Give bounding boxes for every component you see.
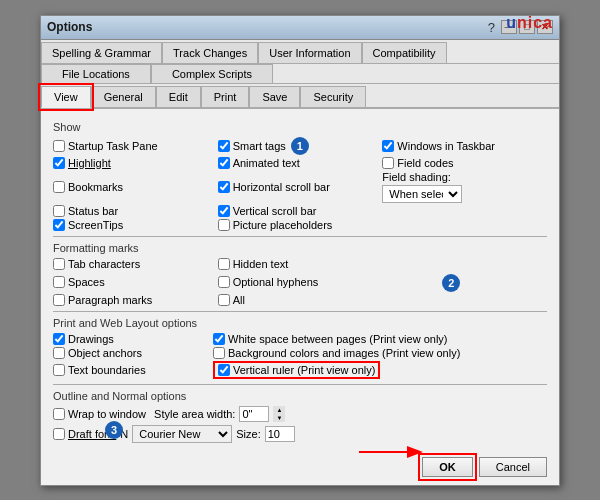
- tab-chars-checkbox[interactable]: [53, 258, 65, 270]
- outline-section-label: Outline and Normal options: [53, 390, 547, 402]
- fmt-para-marks: Paragraph marks: [53, 294, 218, 306]
- highlight-label: Highlight: [68, 157, 111, 169]
- spinner-down[interactable]: ▼: [273, 414, 285, 422]
- field-shading-label: Field shading:: [382, 171, 547, 183]
- formatting-section-label: Formatting marks: [53, 242, 547, 254]
- cancel-button[interactable]: Cancel: [479, 457, 547, 477]
- tab-complex-scripts[interactable]: Complex Scripts: [151, 64, 273, 83]
- separator-3: [53, 384, 547, 385]
- show-grid: Startup Task Pane Smart tags 1 Windows i…: [53, 137, 547, 231]
- field-shading-area: Field shading: Always When selected Neve…: [382, 171, 547, 203]
- white-space-checkbox[interactable]: [213, 333, 225, 345]
- ok-arrow: [359, 437, 439, 467]
- question-icon: ?: [488, 20, 495, 35]
- tab-save[interactable]: Save: [249, 86, 300, 107]
- animated-text-checkbox[interactable]: [218, 157, 230, 169]
- all-label: All: [233, 294, 245, 306]
- v-scrollbar-checkbox[interactable]: [218, 205, 230, 217]
- animated-text-label: Animated text: [233, 157, 300, 169]
- tab-compatibility[interactable]: Compatibility: [362, 42, 447, 63]
- print-obj-anchors: Object anchors: [53, 347, 213, 359]
- empty-4: 2: [382, 272, 547, 292]
- text-boundaries-checkbox[interactable]: [53, 364, 65, 376]
- logo-a: a: [543, 14, 553, 31]
- logo-n: n: [517, 14, 528, 31]
- print-section-label: Print and Web Layout options: [53, 317, 547, 329]
- smart-tags-checkbox[interactable]: [218, 140, 230, 152]
- empty-cell-1: [382, 205, 547, 217]
- style-area-input[interactable]: [239, 406, 269, 422]
- draft-font-checkbox[interactable]: [53, 428, 65, 440]
- bookmarks-label: Bookmarks: [68, 181, 123, 193]
- h-scrollbar-label: Horizontal scroll bar: [233, 181, 330, 193]
- tab-view[interactable]: View: [41, 86, 91, 108]
- tab-security[interactable]: Security: [300, 86, 366, 107]
- startup-checkbox[interactable]: [53, 140, 65, 152]
- third-tabs: View General Edit Print Save Security: [41, 84, 559, 109]
- tab-track-changes[interactable]: Track Changes: [162, 42, 258, 63]
- vertical-ruler-highlight: Vertical ruler (Print view only): [213, 361, 380, 379]
- screentips-checkbox[interactable]: [53, 219, 65, 231]
- obj-anchors-checkbox[interactable]: [53, 347, 65, 359]
- style-area-label: Style area width:: [154, 408, 235, 420]
- status-bar-label: Status bar: [68, 205, 118, 217]
- tab-edit[interactable]: Edit: [156, 86, 201, 107]
- show-picture-ph: Picture placeholders: [218, 219, 383, 231]
- drawings-checkbox[interactable]: [53, 333, 65, 345]
- style-area-spinner: ▲ ▼: [273, 406, 285, 422]
- spaces-label: Spaces: [68, 276, 105, 288]
- logo-u: u: [506, 14, 517, 31]
- vertical-ruler-checkbox[interactable]: [218, 364, 230, 376]
- separator-2: [53, 311, 547, 312]
- status-bar-checkbox[interactable]: [53, 205, 65, 217]
- white-space-label: White space between pages (Print view on…: [228, 333, 448, 345]
- para-marks-checkbox[interactable]: [53, 294, 65, 306]
- show-status-bar: Status bar: [53, 205, 218, 217]
- spinner-up[interactable]: ▲: [273, 406, 285, 414]
- picture-ph-label: Picture placeholders: [233, 219, 333, 231]
- smart-tags-label: Smart tags: [233, 140, 286, 152]
- tab-general[interactable]: General: [91, 86, 156, 107]
- show-h-scrollbar: Horizontal scroll bar: [218, 171, 383, 203]
- field-codes-checkbox[interactable]: [382, 157, 394, 169]
- badge-3: 3: [105, 421, 123, 439]
- optional-hyphens-checkbox[interactable]: [218, 276, 230, 288]
- spaces-checkbox[interactable]: [53, 276, 65, 288]
- fmt-spaces: Spaces: [53, 272, 218, 292]
- windows-taskbar-checkbox[interactable]: [382, 140, 394, 152]
- bg-colors-checkbox[interactable]: [213, 347, 225, 359]
- outline-wrap: Wrap to window: [53, 408, 146, 420]
- title-bar: Options ? — □ ✕: [41, 16, 559, 40]
- startup-label: Startup Task Pane: [68, 140, 158, 152]
- fmt-hidden: Hidden text: [218, 258, 383, 270]
- tab-user-info[interactable]: User Information: [258, 42, 361, 63]
- highlight-checkbox[interactable]: [53, 157, 65, 169]
- bg-colors-label: Background colors and images (Print view…: [228, 347, 460, 359]
- bottom-bar: OK Cancel: [41, 451, 559, 485]
- wrap-label: Wrap to window: [68, 408, 146, 420]
- size-label: Size:: [236, 428, 260, 440]
- h-scrollbar-checkbox[interactable]: [218, 181, 230, 193]
- font-select[interactable]: Courier New: [132, 425, 232, 443]
- print-drawings: Drawings: [53, 333, 213, 345]
- picture-ph-checkbox[interactable]: [218, 219, 230, 231]
- hidden-text-checkbox[interactable]: [218, 258, 230, 270]
- logo-c: c: [533, 14, 543, 31]
- para-marks-label: Paragraph marks: [68, 294, 152, 306]
- wrap-checkbox[interactable]: [53, 408, 65, 420]
- bookmarks-checkbox[interactable]: [53, 181, 65, 193]
- v-scrollbar-label: Vertical scroll bar: [233, 205, 317, 217]
- show-bookmarks: Bookmarks: [53, 171, 218, 203]
- badge-1: 1: [291, 137, 309, 155]
- formatting-grid: Tab characters Hidden text Spaces Option…: [53, 258, 547, 306]
- all-checkbox[interactable]: [218, 294, 230, 306]
- field-shading-select[interactable]: Always When selected Never: [382, 185, 462, 203]
- tab-spelling[interactable]: Spelling & Grammar: [41, 42, 162, 63]
- print-text-boundaries: Text boundaries: [53, 361, 213, 379]
- tab-print[interactable]: Print: [201, 86, 250, 107]
- draft-font-row: Draft font: N Courier New Size:: [53, 425, 547, 443]
- size-input[interactable]: [265, 426, 295, 442]
- tab-file-locations[interactable]: File Locations: [41, 64, 151, 83]
- print-white-space: White space between pages (Print view on…: [213, 333, 547, 345]
- vertical-ruler-label: Vertical ruler (Print view only): [233, 364, 375, 376]
